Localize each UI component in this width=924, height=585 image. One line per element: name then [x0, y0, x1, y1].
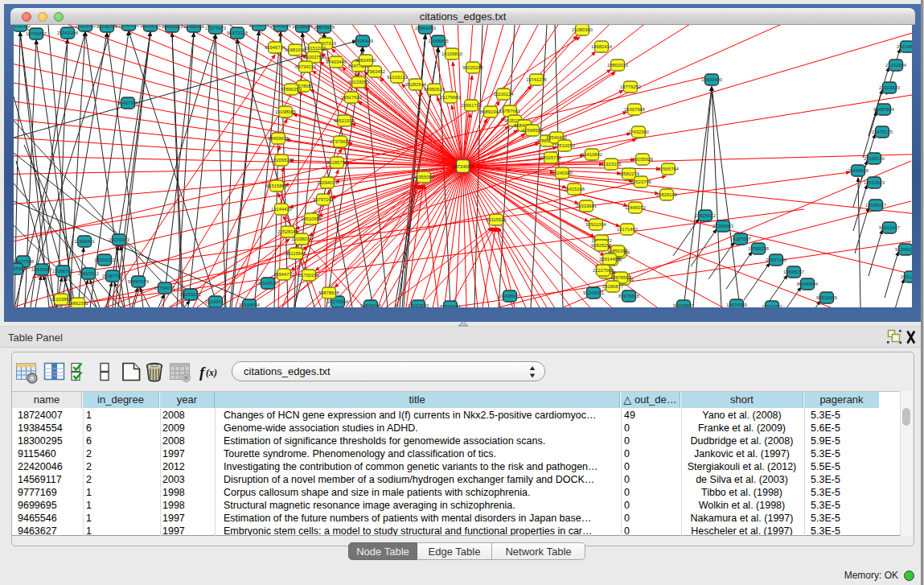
- svg-text:84846981: 84846981: [440, 304, 461, 307]
- svg-text:26597186: 26597186: [766, 257, 786, 262]
- svg-text:19787661: 19787661: [499, 109, 520, 113]
- svg-text:23540402: 23540402: [546, 135, 567, 140]
- svg-text:10749297: 10749297: [26, 31, 47, 36]
- svg-text:16187007: 16187007: [730, 237, 751, 241]
- svg-text:12496032: 12496032: [625, 205, 646, 210]
- svg-text:14109810: 14109810: [441, 51, 462, 56]
- svg-text:18779252: 18779252: [620, 84, 641, 89]
- svg-text:14510958: 14510958: [301, 216, 322, 221]
- svg-text:19151023: 19151023: [305, 46, 326, 51]
- svg-text:91243061: 91243061: [583, 290, 604, 295]
- svg-text:28666493: 28666493: [415, 26, 436, 31]
- svg-text:14682414: 14682414: [591, 44, 613, 49]
- svg-text:11688845: 11688845: [428, 39, 448, 43]
- svg-text:99870978: 99870978: [314, 25, 335, 30]
- svg-text:11399401: 11399401: [74, 239, 94, 244]
- svg-text:21242004: 21242004: [885, 63, 907, 68]
- svg-text:91515882: 91515882: [266, 183, 287, 188]
- svg-text:23914406: 23914406: [599, 257, 620, 262]
- svg-text:22528144: 22528144: [277, 229, 299, 234]
- svg-text:96472318: 96472318: [227, 31, 248, 35]
- svg-text:90843046: 90843046: [360, 303, 381, 307]
- svg-text:21179981: 21179981: [440, 95, 460, 100]
- svg-text:95497804: 95497804: [873, 107, 895, 112]
- svg-text:19645987: 19645987: [31, 267, 52, 272]
- svg-text:87670818: 87670818: [618, 294, 639, 299]
- svg-text:91465466: 91465466: [183, 25, 204, 29]
- svg-text:20035928: 20035928: [632, 157, 653, 162]
- svg-text:19741276: 19741276: [526, 77, 547, 82]
- svg-text:84878638: 84878638: [318, 290, 339, 295]
- svg-text:24862392: 24862392: [68, 301, 88, 306]
- svg-text:18008027: 18008027: [865, 203, 886, 208]
- svg-text:95240380: 95240380: [552, 171, 573, 175]
- svg-text:99521574: 99521574: [334, 118, 355, 123]
- svg-text:27379694: 27379694: [330, 139, 351, 144]
- svg-text:86660583: 86660583: [162, 25, 183, 29]
- svg-text:22475175: 22475175: [872, 130, 893, 134]
- svg-text:25233232: 25233232: [180, 292, 201, 297]
- svg-text:95697079: 95697079: [128, 279, 149, 284]
- svg-text:24232322: 24232322: [14, 25, 31, 28]
- svg-text:91115646: 91115646: [286, 251, 306, 256]
- svg-text:97896359: 97896359: [281, 87, 302, 92]
- svg-text:19256222: 19256222: [94, 257, 115, 262]
- svg-text:24469669: 24469669: [848, 168, 869, 173]
- svg-text:89040694: 89040694: [797, 282, 819, 286]
- svg-text:27432360: 27432360: [628, 130, 649, 134]
- svg-text:19399238: 19399238: [748, 246, 769, 251]
- svg-text:90407396: 90407396: [117, 101, 138, 105]
- svg-text:92825255: 92825255: [591, 243, 612, 248]
- svg-text:18978503: 18978503: [610, 275, 631, 280]
- svg-text:19198085: 19198085: [275, 109, 296, 114]
- svg-text:23510053: 23510053: [554, 143, 575, 148]
- svg-text:18209523: 18209523: [271, 158, 292, 163]
- svg-text:26512339: 26512339: [901, 274, 912, 279]
- svg-text:21080300: 21080300: [572, 27, 593, 32]
- svg-text:f: f: [199, 364, 206, 381]
- svg-text:26917623: 26917623: [341, 95, 362, 100]
- svg-text:21700296: 21700296: [298, 273, 319, 278]
- svg-text:26087747: 26087747: [102, 274, 123, 278]
- svg-text:27794071: 27794071: [154, 286, 175, 290]
- svg-text:86891947: 86891947: [480, 109, 501, 114]
- svg-text:17963452: 17963452: [364, 69, 385, 74]
- svg-text:29224806: 29224806: [897, 44, 912, 49]
- svg-text:13144420: 13144420: [271, 207, 292, 212]
- svg-text:19294013: 19294013: [317, 180, 338, 185]
- svg-text:90133051: 90133051: [348, 80, 369, 84]
- svg-text:18582274: 18582274: [618, 171, 640, 176]
- svg-text:23923820: 23923820: [879, 85, 900, 90]
- svg-text:98025730: 98025730: [540, 155, 561, 160]
- svg-text:26307968: 26307968: [624, 107, 645, 112]
- svg-text:22227069: 22227069: [593, 268, 614, 273]
- svg-text:28459638: 28459638: [268, 136, 289, 141]
- svg-text:26070343: 26070343: [109, 237, 129, 242]
- svg-text:91015132: 91015132: [387, 75, 408, 80]
- svg-text:26829109: 26829109: [656, 192, 677, 197]
- svg-text:18512923: 18512923: [864, 180, 885, 185]
- svg-text:16338684: 16338684: [292, 25, 314, 29]
- svg-text:27606449: 27606449: [352, 39, 373, 43]
- svg-text:11323235: 11323235: [601, 162, 621, 167]
- svg-text:12148652: 12148652: [118, 25, 139, 27]
- svg-text:91410842: 91410842: [581, 152, 602, 157]
- svg-text:18802010: 18802010: [607, 63, 628, 68]
- svg-text:23561720: 23561720: [461, 103, 482, 108]
- svg-text:22523796: 22523796: [630, 179, 651, 184]
- svg-text:16693400: 16693400: [701, 77, 722, 82]
- svg-text:29333681: 29333681: [576, 204, 597, 208]
- svg-text:12918684: 12918684: [239, 303, 261, 307]
- svg-text:16415168: 16415168: [564, 187, 585, 192]
- svg-text:97403446: 97403446: [326, 60, 347, 64]
- svg-text:99339014: 99339014: [140, 25, 162, 28]
- svg-text:10115926: 10115926: [486, 217, 506, 222]
- svg-text:91955084: 91955084: [413, 175, 435, 179]
- svg-text:94950619: 94950619: [424, 87, 445, 92]
- svg-text:88746704: 88746704: [97, 25, 118, 29]
- svg-text:13566641: 13566641: [248, 25, 269, 27]
- svg-text:11038076: 11038076: [291, 237, 311, 241]
- svg-text:91264231: 91264231: [895, 247, 912, 252]
- svg-text:17577473: 17577473: [205, 26, 226, 31]
- svg-text:22242617: 22242617: [205, 299, 226, 304]
